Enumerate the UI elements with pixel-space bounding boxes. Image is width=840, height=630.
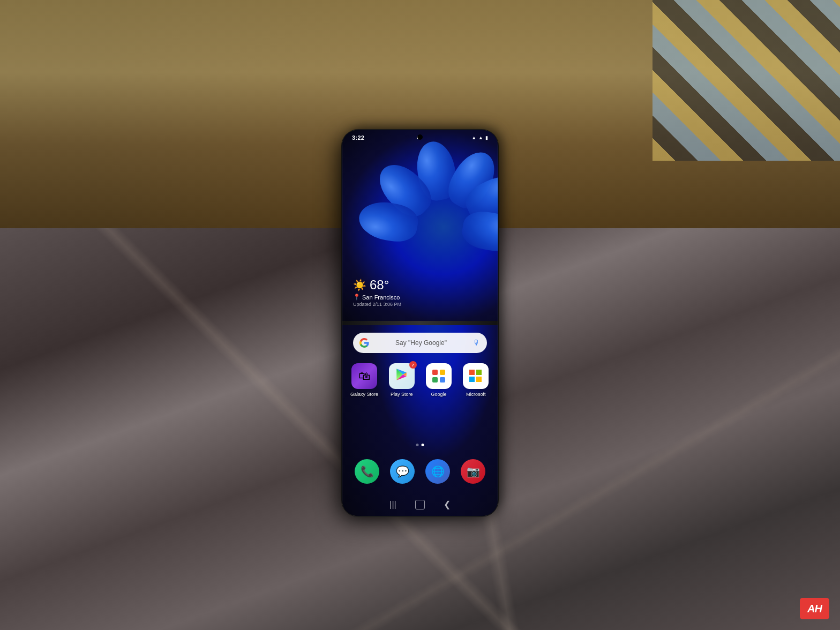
dot-yellow (440, 370, 445, 375)
app-microsoft[interactable]: Microsoft (462, 363, 490, 397)
nav-back-button[interactable]: ❮ (444, 499, 451, 509)
ms-green (476, 370, 482, 375)
screen-bottom-half: Say "Hey Google" 🎙 Galaxy Store (342, 323, 498, 516)
app-galaxy-store[interactable]: Galaxy Store (350, 363, 378, 397)
dock-phone[interactable]: 📞 (355, 459, 379, 484)
weather-city: San Francisco (362, 294, 400, 301)
dock-browser[interactable]: 🌐 (425, 459, 450, 484)
app-play-store[interactable]: 7 Play Store (388, 363, 415, 397)
ah-text: AH (807, 603, 822, 615)
dock-messages[interactable]: 💬 (390, 459, 415, 484)
signal-icon: ▲ (478, 135, 483, 140)
microsoft-grid (469, 370, 482, 382)
weather-temperature: ☀️ 68° (353, 278, 401, 292)
google-g-logo (359, 338, 369, 348)
status-icons: ▲ ▲ ▮ (471, 135, 488, 140)
app-grid: Galaxy Store (342, 363, 498, 397)
google-app-label: Google (431, 392, 447, 397)
dot-red (432, 370, 438, 375)
samsung-galaxy-z-flip: 3:22 ▶ ▲ ▲ ▮ ☀️ 68° (342, 130, 498, 516)
location-pin-icon: 📍 (353, 294, 361, 301)
play-store-badge: 7 (409, 361, 417, 369)
weather-widget: ☀️ 68° 📍 San Francisco Updated 2/11 3:06… (353, 278, 401, 307)
app-dock: 📞 💬 🌐 📷 (342, 459, 498, 484)
nav-recents-button[interactable]: ||| (389, 500, 396, 509)
scene-container: 3:22 ▶ ▲ ▲ ▮ ☀️ 68° (0, 0, 840, 630)
google-search-bar[interactable]: Say "Hey Google" 🎙 (353, 333, 487, 353)
microsoft-label: Microsoft (466, 392, 486, 397)
phone-outer-shell: 3:22 ▶ ▲ ▲ ▮ ☀️ 68° (342, 130, 498, 516)
page-dot-2-active (422, 444, 424, 446)
ah-watermark: AH (800, 598, 829, 619)
weather-updated: Updated 2/11 3:06 PM (353, 302, 401, 307)
galaxy-store-label: Galaxy Store (350, 392, 378, 397)
phone-icon: 📞 (361, 465, 374, 478)
phone-fold-line (342, 322, 498, 324)
weather-temp-value: 68° (370, 278, 389, 292)
camera-icon: 📷 (467, 465, 480, 478)
nav-bar: ||| ❮ (342, 499, 498, 509)
ms-yellow (476, 377, 482, 382)
status-time: 3:22 (352, 134, 364, 141)
google-mic-icon[interactable]: 🎙 (473, 339, 481, 347)
messages-icon: 💬 (396, 465, 409, 478)
dock-camera[interactable]: 📷 (461, 459, 485, 484)
ms-blue (469, 377, 475, 382)
wifi-icon: ▲ (471, 135, 476, 140)
google-dots-grid (432, 370, 445, 382)
browser-icon: 🌐 (431, 465, 445, 478)
page-dot-1 (416, 444, 419, 446)
google-app-icon[interactable] (426, 363, 452, 389)
battery-icon: ▮ (485, 135, 488, 140)
ms-red (469, 370, 475, 375)
microsoft-icon[interactable] (463, 363, 489, 389)
play-triangle-icon (395, 368, 409, 385)
camera-hole (417, 134, 423, 140)
page-dots (416, 444, 424, 446)
google-search-placeholder[interactable]: Say "Hey Google" (373, 339, 469, 347)
weather-sun-icon: ☀️ (353, 279, 366, 291)
galaxy-store-icon[interactable] (351, 363, 377, 389)
dot-blue (440, 377, 445, 382)
screen-top-half: 3:22 ▶ ▲ ▲ ▮ ☀️ 68° (342, 130, 498, 323)
weather-location: 📍 San Francisco (353, 294, 401, 301)
app-google[interactable]: Google (425, 363, 452, 397)
play-store-icon[interactable]: 7 (389, 363, 415, 389)
dot-green (432, 377, 438, 382)
play-store-label: Play Store (391, 392, 413, 397)
nav-home-button[interactable] (415, 500, 425, 509)
flower-wallpaper (396, 141, 487, 248)
